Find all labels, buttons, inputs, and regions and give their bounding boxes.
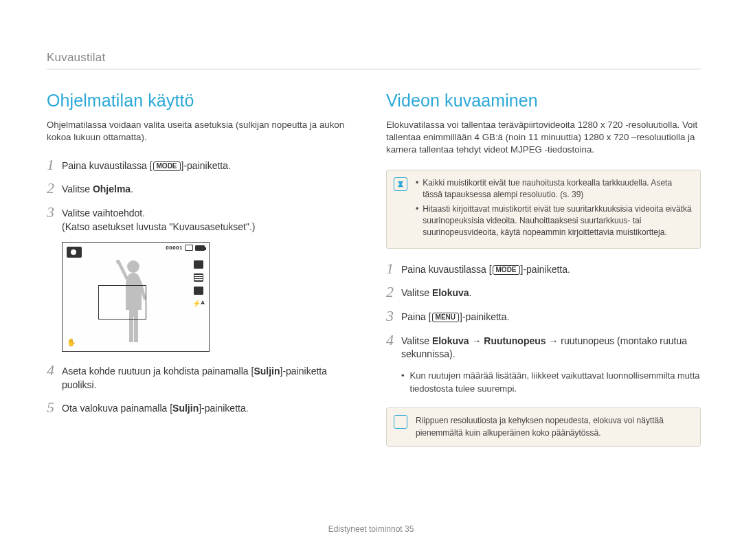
step-text: Ota valokuva painamalla [Suljin]-painike… [62,400,361,416]
camera-preview: 00001 ⚡A ✋ [62,242,210,352]
battery-icon [195,245,205,251]
step-number: 4 [47,363,62,378]
left-step-5: 5 Ota valokuva painamalla [Suljin]-paini… [47,400,361,416]
note-bullet: Hitaasti kirjoittavat muistikortit eivät… [416,203,692,239]
step-text: Paina kuvaustilassa [MODE]-painiketta. [62,157,361,173]
menu-chip: MENU [432,313,459,322]
right-intro: Elokuvatilassa voi tallentaa teräväpiirt… [386,119,701,156]
frame-rate-note-bullet: Kun ruutujen määrää lisätään, liikkeet v… [401,370,701,396]
heading-program-mode: Ohjelmatilan käyttö [47,91,361,111]
note-bullet: Kaikki muistikortit eivät tue nauhoitust… [416,177,692,201]
indicator-rect-icon [194,260,203,269]
step-number: 3 [386,309,401,324]
step-number: 5 [47,400,62,415]
right-step-2: 2 Valitse Elokuva. [386,284,701,300]
left-step-4: 4 Aseta kohde ruutuun ja kohdista painam… [47,363,361,392]
svg-point-1 [116,260,120,264]
preview-right-indicators: ⚡A [192,260,205,307]
focus-rectangle [98,285,146,320]
note-text: Riippuen resoluutiosta ja kehyksen nopeu… [416,416,664,437]
content-columns: Ohjelmatilan käyttö Ohjelmatilassa voida… [47,91,701,459]
left-column: Ohjelmatilan käyttö Ohjelmatilassa voida… [47,91,361,459]
shot-counter: 00001 [166,245,183,251]
mode-chip: MODE [493,265,520,275]
card-icon [185,245,193,251]
indicator-grid-icon [194,273,203,282]
note-icon [394,177,407,191]
step-number: 2 [386,284,401,300]
step-text: Paina kuvaustilassa [MODE]-painiketta. [401,261,701,277]
breadcrumb: Kuvaustilat [47,51,105,65]
step-text: Valitse Ohjelma. [62,181,361,197]
step-number: 4 [386,333,401,348]
indicator-solid-icon [194,287,203,295]
step-text: Valitse vaihtoehdot. (Katso asetukset lu… [62,205,361,234]
heading-video-mode: Videon kuvaaminen [386,91,701,111]
step-number: 2 [47,181,62,196]
flash-icon: ⚡A [192,300,205,307]
note-box-memory-cards: Kaikki muistikortit eivät tue nauhoitust… [386,170,701,249]
page-footer: Edistyneet toiminnot 35 [0,524,742,534]
svg-point-0 [127,260,139,273]
note-box-resolution: Riippuen resoluutiosta ja kehyksen nopeu… [386,407,701,447]
right-column: Videon kuvaaminen Elokuvatilassa voi tal… [386,91,701,459]
mode-chip: MODE [153,161,181,171]
right-step-3: 3 Paina [MENU]-painiketta. [386,309,701,324]
left-step-1: 1 Paina kuvaustilassa [MODE]-painiketta. [47,157,361,173]
step-text: Valitse Elokuva → Ruutunopeus → ruutunop… [401,333,701,361]
step-number: 3 [47,205,62,220]
preview-top-indicators: 00001 [166,245,205,251]
right-step-1: 1 Paina kuvaustilassa [MODE]-painiketta. [386,261,701,277]
left-step-2: 2 Valitse Ohjelma. [47,181,361,197]
stabilization-icon: ✋ [67,338,76,347]
breadcrumb-divider [47,69,701,69]
step-number: 1 [47,157,62,172]
left-intro: Ohjelmatilassa voidaan valita useita ase… [47,119,361,144]
step-number: 1 [386,261,401,276]
note-icon [394,415,407,429]
step-text: Valitse Elokuva. [401,284,701,300]
right-step-4: 4 Valitse Elokuva → Ruutunopeus → ruutun… [386,333,701,361]
left-step-3: 3 Valitse vaihtoehdot. (Katso asetukset … [47,205,361,234]
camera-mode-icon [67,247,82,258]
step-text: Aseta kohde ruutuun ja kohdista painamal… [62,363,361,392]
step-text: Paina [MENU]-painiketta. [401,309,701,324]
